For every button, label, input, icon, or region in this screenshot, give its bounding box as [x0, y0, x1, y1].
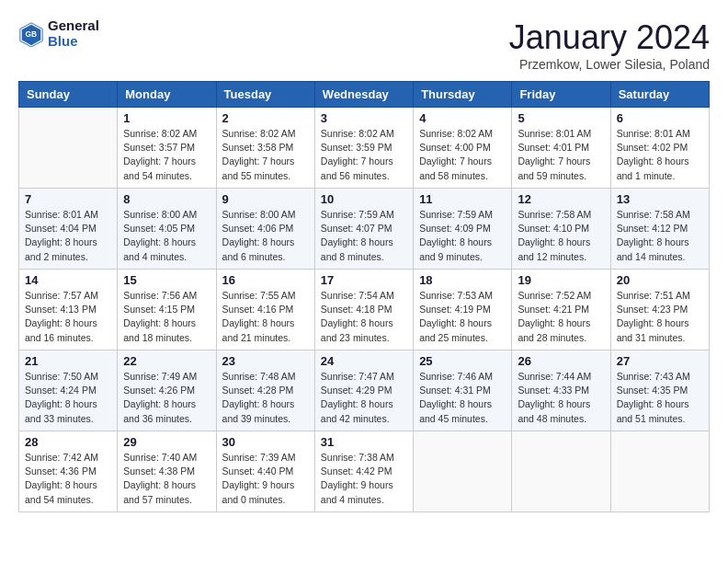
calendar-cell: 8Sunrise: 8:00 AMSunset: 4:05 PMDaylight…: [118, 189, 216, 270]
calendar-week-row: 21Sunrise: 7:50 AMSunset: 4:24 PMDayligh…: [19, 350, 710, 431]
day-number: 24: [321, 354, 407, 368]
day-number: 12: [518, 192, 604, 206]
calendar-cell: 25Sunrise: 7:46 AMSunset: 4:31 PMDayligh…: [414, 350, 512, 431]
calendar-cell: 24Sunrise: 7:47 AMSunset: 4:29 PMDayligh…: [314, 350, 413, 431]
logo-line1: General: [48, 18, 99, 34]
weekday-header: Saturday: [610, 82, 709, 108]
day-number: 13: [617, 192, 703, 206]
day-number: 5: [518, 111, 604, 125]
calendar-cell: 7Sunrise: 8:01 AMSunset: 4:04 PMDaylight…: [19, 189, 118, 270]
logo-text: General Blue: [48, 18, 99, 49]
day-info: Sunrise: 7:56 AMSunset: 4:15 PMDaylight:…: [123, 289, 210, 345]
calendar-cell: [19, 108, 118, 189]
calendar-cell: 31Sunrise: 7:38 AMSunset: 4:42 PMDayligh…: [314, 431, 413, 512]
calendar-cell: 13Sunrise: 7:58 AMSunset: 4:12 PMDayligh…: [610, 189, 709, 270]
day-info: Sunrise: 7:40 AMSunset: 4:38 PMDaylight:…: [123, 451, 210, 507]
location: Przemkow, Lower Silesia, Poland: [509, 57, 710, 72]
day-info: Sunrise: 7:52 AMSunset: 4:21 PMDaylight:…: [518, 289, 604, 345]
day-info: Sunrise: 7:59 AMSunset: 4:07 PMDaylight:…: [321, 208, 407, 264]
day-info: Sunrise: 7:42 AMSunset: 4:36 PMDaylight:…: [25, 451, 111, 507]
calendar-cell: 14Sunrise: 7:57 AMSunset: 4:13 PMDayligh…: [19, 270, 118, 350]
calendar-cell: 1Sunrise: 8:02 AMSunset: 3:57 PMDaylight…: [118, 108, 216, 189]
calendar-cell: 3Sunrise: 8:02 AMSunset: 3:59 PMDaylight…: [314, 108, 413, 189]
day-info: Sunrise: 8:02 AMSunset: 3:59 PMDaylight:…: [321, 127, 407, 183]
day-number: 28: [25, 435, 111, 449]
day-number: 3: [321, 111, 407, 125]
day-number: 2: [222, 111, 309, 125]
day-number: 6: [617, 111, 703, 125]
day-info: Sunrise: 7:46 AMSunset: 4:31 PMDaylight:…: [419, 370, 506, 426]
calendar-cell: 29Sunrise: 7:40 AMSunset: 4:38 PMDayligh…: [118, 431, 216, 512]
calendar-cell: 23Sunrise: 7:48 AMSunset: 4:28 PMDayligh…: [216, 350, 314, 431]
day-number: 8: [123, 192, 210, 206]
day-number: 4: [419, 111, 506, 125]
day-info: Sunrise: 7:48 AMSunset: 4:28 PMDaylight:…: [222, 370, 309, 426]
calendar-cell: 4Sunrise: 8:02 AMSunset: 4:00 PMDaylight…: [414, 108, 512, 189]
header: GB General Blue January 2024 Przemkow, L…: [18, 18, 710, 72]
day-info: Sunrise: 8:01 AMSunset: 4:02 PMDaylight:…: [617, 127, 703, 183]
day-info: Sunrise: 7:50 AMSunset: 4:24 PMDaylight:…: [25, 370, 111, 426]
day-info: Sunrise: 8:02 AMSunset: 3:57 PMDaylight:…: [123, 127, 210, 183]
day-number: 9: [222, 192, 309, 206]
logo-line2: Blue: [48, 34, 99, 50]
calendar-week-row: 7Sunrise: 8:01 AMSunset: 4:04 PMDaylight…: [19, 189, 710, 270]
title-area: January 2024 Przemkow, Lower Silesia, Po…: [509, 18, 710, 72]
calendar-cell: 6Sunrise: 8:01 AMSunset: 4:02 PMDaylight…: [610, 108, 709, 189]
day-number: 16: [222, 273, 309, 287]
calendar-cell: 5Sunrise: 8:01 AMSunset: 4:01 PMDaylight…: [512, 108, 610, 189]
day-info: Sunrise: 8:02 AMSunset: 4:00 PMDaylight:…: [419, 127, 506, 183]
day-number: 23: [222, 354, 309, 368]
day-info: Sunrise: 8:01 AMSunset: 4:04 PMDaylight:…: [25, 208, 111, 264]
logo-icon: GB: [18, 21, 44, 47]
calendar-cell: 30Sunrise: 7:39 AMSunset: 4:40 PMDayligh…: [216, 431, 314, 512]
weekday-header: Sunday: [19, 82, 118, 108]
day-info: Sunrise: 8:00 AMSunset: 4:05 PMDaylight:…: [123, 208, 210, 264]
day-number: 15: [123, 273, 210, 287]
calendar-cell: [610, 431, 709, 512]
header-row: SundayMondayTuesdayWednesdayThursdayFrid…: [19, 82, 710, 108]
day-number: 20: [617, 273, 703, 287]
day-info: Sunrise: 7:47 AMSunset: 4:29 PMDaylight:…: [321, 370, 407, 426]
day-number: 1: [123, 111, 210, 125]
day-info: Sunrise: 8:01 AMSunset: 4:01 PMDaylight:…: [518, 127, 604, 183]
day-number: 27: [617, 354, 703, 368]
calendar-cell: 12Sunrise: 7:58 AMSunset: 4:10 PMDayligh…: [512, 189, 610, 270]
logo: GB General Blue: [18, 18, 99, 49]
calendar-cell: 28Sunrise: 7:42 AMSunset: 4:36 PMDayligh…: [19, 431, 118, 512]
calendar-week-row: 1Sunrise: 8:02 AMSunset: 3:57 PMDaylight…: [19, 108, 710, 189]
day-number: 17: [321, 273, 407, 287]
calendar-cell: [512, 431, 610, 512]
day-info: Sunrise: 7:58 AMSunset: 4:10 PMDaylight:…: [518, 208, 604, 264]
calendar-cell: 27Sunrise: 7:43 AMSunset: 4:35 PMDayligh…: [610, 350, 709, 431]
day-number: 10: [321, 192, 407, 206]
calendar-cell: 22Sunrise: 7:49 AMSunset: 4:26 PMDayligh…: [118, 350, 216, 431]
day-number: 11: [419, 192, 506, 206]
day-info: Sunrise: 7:59 AMSunset: 4:09 PMDaylight:…: [419, 208, 506, 264]
day-info: Sunrise: 7:43 AMSunset: 4:35 PMDaylight:…: [617, 370, 703, 426]
calendar-table: SundayMondayTuesdayWednesdayThursdayFrid…: [18, 81, 710, 512]
month-title: January 2024: [509, 18, 710, 57]
day-number: 18: [419, 273, 506, 287]
calendar-cell: 9Sunrise: 8:00 AMSunset: 4:06 PMDaylight…: [216, 189, 314, 270]
calendar-cell: 2Sunrise: 8:02 AMSunset: 3:58 PMDaylight…: [216, 108, 314, 189]
day-info: Sunrise: 7:54 AMSunset: 4:18 PMDaylight:…: [321, 289, 407, 345]
day-number: 26: [518, 354, 604, 368]
calendar-cell: 21Sunrise: 7:50 AMSunset: 4:24 PMDayligh…: [19, 350, 118, 431]
day-info: Sunrise: 7:51 AMSunset: 4:23 PMDaylight:…: [617, 289, 703, 345]
day-number: 14: [25, 273, 111, 287]
day-number: 29: [123, 435, 210, 449]
day-info: Sunrise: 7:49 AMSunset: 4:26 PMDaylight:…: [123, 370, 210, 426]
calendar-cell: 19Sunrise: 7:52 AMSunset: 4:21 PMDayligh…: [512, 270, 610, 350]
day-info: Sunrise: 7:44 AMSunset: 4:33 PMDaylight:…: [518, 370, 604, 426]
day-info: Sunrise: 7:57 AMSunset: 4:13 PMDaylight:…: [25, 289, 111, 345]
day-info: Sunrise: 7:38 AMSunset: 4:42 PMDaylight:…: [321, 451, 407, 507]
day-number: 30: [222, 435, 309, 449]
calendar-cell: 17Sunrise: 7:54 AMSunset: 4:18 PMDayligh…: [314, 270, 413, 350]
day-number: 31: [321, 435, 407, 449]
day-info: Sunrise: 7:55 AMSunset: 4:16 PMDaylight:…: [222, 289, 309, 345]
calendar-cell: 16Sunrise: 7:55 AMSunset: 4:16 PMDayligh…: [216, 270, 314, 350]
calendar-week-row: 28Sunrise: 7:42 AMSunset: 4:36 PMDayligh…: [19, 431, 710, 512]
day-info: Sunrise: 7:58 AMSunset: 4:12 PMDaylight:…: [617, 208, 703, 264]
day-number: 19: [518, 273, 604, 287]
calendar-cell: 20Sunrise: 7:51 AMSunset: 4:23 PMDayligh…: [610, 270, 709, 350]
